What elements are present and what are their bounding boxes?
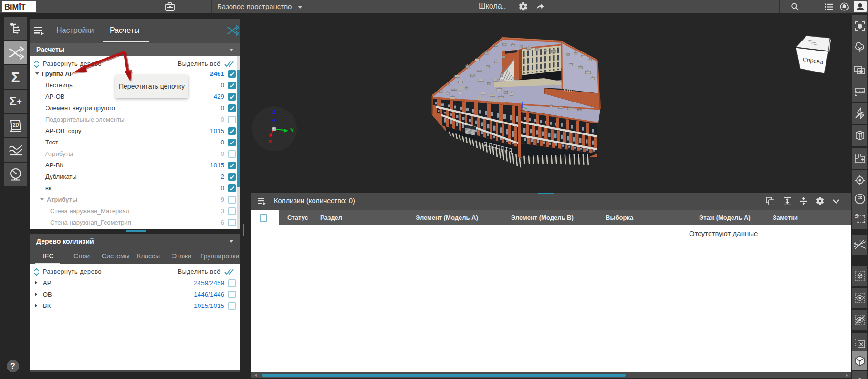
- svg-text:X: X: [268, 139, 272, 144]
- svg-text:2: 2: [859, 239, 861, 243]
- svg-text:Z: Z: [272, 108, 276, 115]
- svg-text:Y: Y: [290, 127, 294, 133]
- svg-text:2D: 2D: [13, 123, 19, 128]
- svg-text:1: 1: [854, 242, 856, 245]
